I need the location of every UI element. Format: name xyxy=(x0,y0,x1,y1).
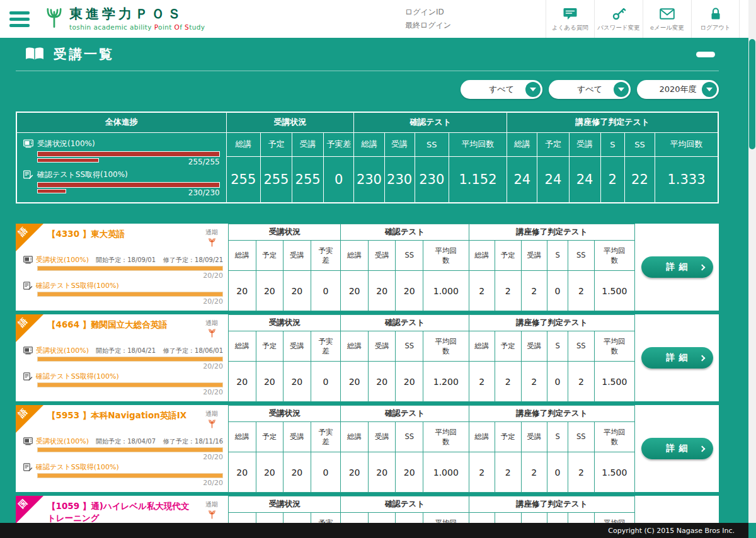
footer: Copyright (C) 2015 Nagase Bros Inc. xyxy=(0,523,748,538)
test-icon xyxy=(23,282,33,290)
course-info: 国【1059 】通)ハイレベル私大現代文トレーニング通期 xyxy=(16,496,228,523)
course-col-header: 総講 xyxy=(229,422,256,452)
course-card: 語【5953 】本科Navigation英語IX通期受講状況(100%)開始予定… xyxy=(16,405,719,492)
course-col-header: 総講 xyxy=(341,331,369,362)
collapse-button[interactable] xyxy=(696,52,715,57)
course-stats-table: 受講状況確認テスト講座修了判定テスト総講予定受講予実差総講受講SS平均回数総講予… xyxy=(228,314,635,402)
overall-progress-bar xyxy=(37,151,220,157)
course-col-header: 平均回数 xyxy=(423,331,469,362)
nav-item-logout[interactable]: ログアウト xyxy=(691,0,740,38)
monitor-icon xyxy=(23,139,33,148)
test-icon xyxy=(23,372,33,381)
summary-value: 24 xyxy=(569,156,600,203)
detail-button[interactable]: 詳細 xyxy=(641,438,713,459)
header: 東進学力ＰＯＳ toshin academic ability Point Of… xyxy=(0,0,748,38)
chevron-down-icon xyxy=(525,82,541,97)
course-value: 0 xyxy=(547,452,568,493)
course-value: 2 xyxy=(495,362,521,402)
filter-dropdown-1[interactable]: すべて xyxy=(461,80,542,99)
category-label: 国 xyxy=(16,497,30,511)
course-col-header: 総講 xyxy=(341,513,369,524)
course-value: 20 xyxy=(256,452,284,493)
summary-value: 1.152 xyxy=(449,156,507,203)
course-col-header: 予定 xyxy=(495,422,521,452)
nav-item-faq[interactable]: よくある質問 xyxy=(546,0,594,38)
summary-col-header: 総講 xyxy=(226,132,260,156)
course-progress: 受講状況(100%)開始予定：18/04/21修了予定：18/06/0120/2… xyxy=(23,346,223,398)
progress-bar xyxy=(37,292,223,297)
progress-value: 20/20 xyxy=(23,479,223,487)
course-col-header: SS xyxy=(396,422,423,452)
book-icon xyxy=(25,47,45,62)
course-value: 20 xyxy=(341,362,369,402)
filter-dropdown-3[interactable]: 2020年度 xyxy=(637,80,719,99)
course-col-header: S xyxy=(547,241,568,271)
detail-button[interactable]: 詳細 xyxy=(641,347,713,369)
crown-icon xyxy=(208,510,216,522)
course-value: 20 xyxy=(256,362,284,402)
last-login-label: 最終ログイン xyxy=(405,19,451,32)
course-value: 20 xyxy=(368,452,396,493)
summary-value: 255 xyxy=(260,156,292,203)
course-col-header: 受講 xyxy=(368,422,396,452)
scrollbar-thumb[interactable] xyxy=(749,39,755,149)
progress-value: 20/20 xyxy=(23,362,223,370)
summary-value: 230 xyxy=(354,156,384,203)
crown-icon xyxy=(208,238,216,249)
category-label: 語 xyxy=(16,225,30,239)
category-badge: 国 xyxy=(16,496,43,523)
course-value: 1.200 xyxy=(423,362,469,402)
course-col-header: 予実差 xyxy=(311,513,341,524)
summary-col-header: 受講 xyxy=(384,132,415,156)
course-card: 語【4664 】難関国立大総合英語通期受講状況(100%)開始予定：18/04/… xyxy=(16,314,719,401)
course-value: 20 xyxy=(396,271,423,311)
course-col-header: 予実差 xyxy=(311,422,341,452)
course-col-header: 予定 xyxy=(256,513,284,524)
monitor-icon xyxy=(23,256,33,264)
course-value: 0 xyxy=(311,271,341,311)
detail-button-label: 詳細 xyxy=(663,261,692,273)
menu-button[interactable] xyxy=(9,11,30,27)
progress-label: 受講状況(100%) xyxy=(23,437,89,446)
course-col-header: 平均回数 xyxy=(594,241,634,271)
summary-col-header: 予定 xyxy=(537,132,569,156)
test-icon xyxy=(23,170,33,179)
course-col-header: 総講 xyxy=(229,331,256,362)
scrollbar-corner xyxy=(748,523,756,538)
course-value: 1.000 xyxy=(423,271,469,311)
course-dates: 開始予定：18/09/01修了予定：18/09/21 xyxy=(96,256,223,265)
scrollbar xyxy=(748,0,756,538)
summary-value: 22 xyxy=(624,156,655,203)
course-stats-table: 受講状況確認テスト講座修了判定テスト総講予定受講予実差総講受講SS平均回数総講予… xyxy=(228,405,635,493)
course-col-header: 総講 xyxy=(469,331,495,362)
nav-item-email[interactable]: eメール変更 xyxy=(643,0,691,38)
progress-value: 20/20 xyxy=(23,453,223,461)
course-col-header: 受講 xyxy=(368,513,396,524)
course-col-header: SS xyxy=(396,241,423,271)
category-badge: 語 xyxy=(16,314,43,342)
summary-col-header: 予実差 xyxy=(324,132,354,156)
course-col-header: 受講 xyxy=(521,422,547,452)
course-value: 2 xyxy=(521,271,547,311)
detail-button[interactable]: 詳細 xyxy=(641,256,713,278)
course-value: 20 xyxy=(368,271,396,311)
course-value: 0 xyxy=(547,362,568,402)
progress-label: 確認テストSS取得(100%) xyxy=(23,372,119,381)
filter-dropdown-2[interactable]: すべて xyxy=(549,80,631,99)
course-value: 20 xyxy=(341,271,369,311)
course-value: 20 xyxy=(341,452,369,493)
progress-bar xyxy=(37,473,223,478)
course-actions: 詳細 xyxy=(635,496,719,523)
course-value: 0 xyxy=(547,271,568,311)
course-value: 1.500 xyxy=(594,452,634,493)
progress-bar xyxy=(37,266,223,271)
course-value: 2 xyxy=(521,452,547,493)
nav-item-password[interactable]: パスワード変更 xyxy=(594,0,643,38)
course-col-header: 受講 xyxy=(521,241,547,271)
course-col-header: 予定 xyxy=(256,422,284,452)
course-col-header: 総講 xyxy=(341,422,369,452)
course-actions: 詳細 xyxy=(635,224,719,311)
filter-bar: すべてすべて2020年度 xyxy=(16,80,719,99)
key-icon xyxy=(611,6,626,21)
course-col-header: 受講 xyxy=(284,241,311,271)
